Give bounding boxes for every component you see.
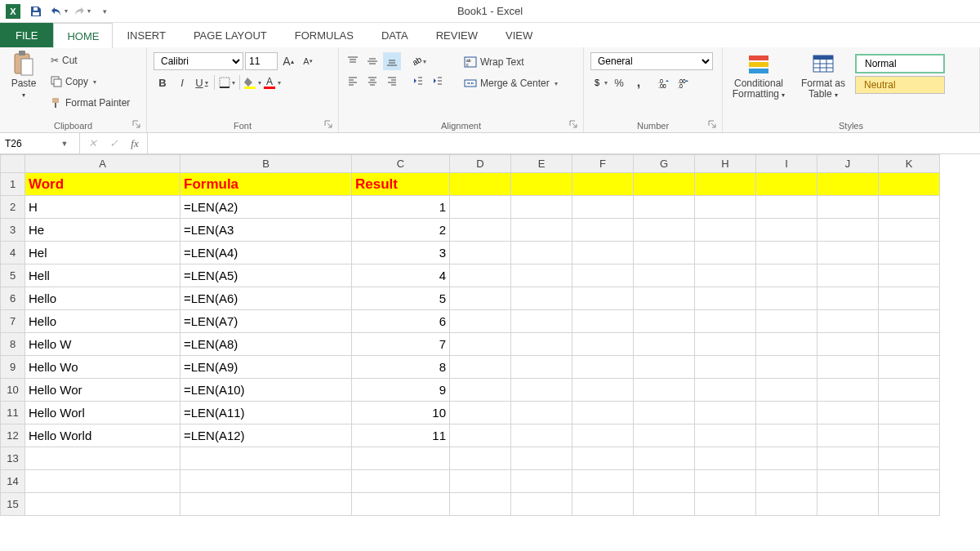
paste-button[interactable]: Paste▾ — [3, 49, 44, 101]
font-color-button[interactable]: A — [263, 73, 281, 91]
cell-J7[interactable] — [817, 310, 879, 333]
cell-B14[interactable] — [180, 470, 352, 493]
cell-C2[interactable]: 1 — [352, 196, 450, 219]
cell-F4[interactable] — [572, 242, 634, 264]
cell-E7[interactable] — [511, 310, 572, 333]
increase-decimal-icon[interactable]: .0.00 — [654, 73, 672, 91]
row-header-15[interactable]: 15 — [1, 493, 25, 516]
cell-D11[interactable] — [450, 402, 511, 424]
row-header-7[interactable]: 7 — [1, 310, 25, 333]
spreadsheet-grid[interactable]: ABCDEFGHIJK1WordFormulaResult2H=LEN(A2)1… — [0, 154, 980, 516]
bold-button[interactable]: B — [154, 73, 172, 91]
cell-F2[interactable] — [572, 196, 634, 219]
cell-B9[interactable]: =LEN(A9) — [180, 356, 352, 379]
cell-I6[interactable] — [756, 287, 817, 310]
cell-I5[interactable] — [756, 264, 817, 287]
formula-input[interactable] — [148, 133, 980, 153]
clipboard-launcher-icon[interactable] — [131, 119, 143, 131]
cell-J4[interactable] — [817, 242, 879, 264]
cell-E5[interactable] — [511, 264, 572, 287]
cell-D3[interactable] — [450, 219, 511, 242]
increase-font-icon[interactable]: A▴ — [279, 52, 297, 70]
cell-J12[interactable] — [817, 424, 879, 447]
cell-G15[interactable] — [634, 493, 695, 516]
tab-formulas[interactable]: FORMULAS — [281, 23, 368, 47]
decrease-indent-icon[interactable] — [409, 72, 427, 90]
alignment-launcher-icon[interactable] — [568, 119, 580, 131]
cell-A13[interactable] — [25, 447, 180, 470]
cell-A6[interactable]: Hello — [25, 287, 180, 310]
cell-I7[interactable] — [756, 310, 817, 333]
cell-J5[interactable] — [817, 264, 879, 287]
tab-insert[interactable]: INSERT — [113, 23, 179, 47]
cell-E14[interactable] — [511, 470, 572, 493]
row-header-11[interactable]: 11 — [1, 402, 25, 424]
cell-A15[interactable] — [25, 493, 180, 516]
cell-G3[interactable] — [634, 219, 695, 242]
cell-H3[interactable] — [695, 219, 756, 242]
col-header-A[interactable]: A — [25, 155, 180, 173]
cell-A11[interactable]: Hello Worl — [25, 402, 180, 424]
row-header-1[interactable]: 1 — [1, 173, 25, 196]
cell-F6[interactable] — [572, 287, 634, 310]
cell-K2[interactable] — [879, 196, 940, 219]
cell-C10[interactable]: 9 — [352, 379, 450, 402]
cell-F14[interactable] — [572, 470, 634, 493]
cell-D6[interactable] — [450, 287, 511, 310]
number-launcher-icon[interactable] — [707, 119, 719, 131]
font-launcher-icon[interactable] — [323, 119, 335, 131]
tab-data[interactable]: DATA — [368, 23, 422, 47]
cell-J1[interactable] — [817, 173, 879, 196]
cell-G4[interactable] — [634, 242, 695, 264]
cell-B3[interactable]: =LEN(A3 — [180, 219, 352, 242]
cell-H1[interactable] — [695, 173, 756, 196]
cell-B10[interactable]: =LEN(A10) — [180, 379, 352, 402]
cell-C9[interactable]: 8 — [352, 356, 450, 379]
cell-K5[interactable] — [879, 264, 940, 287]
merge-center-button[interactable]: Merge & Center — [461, 73, 561, 93]
cell-H8[interactable] — [695, 333, 756, 356]
cell-K7[interactable] — [879, 310, 940, 333]
cell-B11[interactable]: =LEN(A11) — [180, 402, 352, 424]
cell-I8[interactable] — [756, 333, 817, 356]
cell-D10[interactable] — [450, 379, 511, 402]
cell-C12[interactable]: 11 — [352, 424, 450, 447]
cell-J13[interactable] — [817, 447, 879, 470]
font-name-select[interactable]: Calibri — [154, 52, 243, 70]
col-header-I[interactable]: I — [756, 155, 817, 173]
cell-A3[interactable]: He — [25, 219, 180, 242]
cell-I10[interactable] — [756, 379, 817, 402]
comma-button[interactable]: , — [630, 73, 648, 91]
tab-file[interactable]: FILE — [0, 23, 53, 47]
cell-A4[interactable]: Hel — [25, 242, 180, 264]
fill-color-button[interactable] — [243, 73, 261, 91]
cell-I15[interactable] — [756, 493, 817, 516]
cell-G5[interactable] — [634, 264, 695, 287]
save-icon[interactable] — [26, 2, 46, 20]
cell-D5[interactable] — [450, 264, 511, 287]
cell-I11[interactable] — [756, 402, 817, 424]
cell-A2[interactable]: H — [25, 196, 180, 219]
cell-H11[interactable] — [695, 402, 756, 424]
cell-E1[interactable] — [511, 173, 572, 196]
cell-C4[interactable]: 3 — [352, 242, 450, 264]
qat-customize-icon[interactable]: ▾ — [95, 2, 114, 20]
cell-H4[interactable] — [695, 242, 756, 264]
cell-J2[interactable] — [817, 196, 879, 219]
cell-D8[interactable] — [450, 333, 511, 356]
cell-E13[interactable] — [511, 447, 572, 470]
cell-J15[interactable] — [817, 493, 879, 516]
align-center-icon[interactable] — [363, 72, 381, 90]
cell-H10[interactable] — [695, 379, 756, 402]
cell-E12[interactable] — [511, 424, 572, 447]
cell-J9[interactable] — [817, 356, 879, 379]
cell-H6[interactable] — [695, 287, 756, 310]
cell-K14[interactable] — [879, 470, 940, 493]
align-left-icon[interactable] — [344, 72, 362, 90]
cell-F13[interactable] — [572, 447, 634, 470]
cell-I12[interactable] — [756, 424, 817, 447]
name-box-input[interactable] — [0, 138, 57, 149]
cell-F12[interactable] — [572, 424, 634, 447]
cell-style-normal[interactable]: Normal — [855, 54, 945, 73]
cell-F7[interactable] — [572, 310, 634, 333]
